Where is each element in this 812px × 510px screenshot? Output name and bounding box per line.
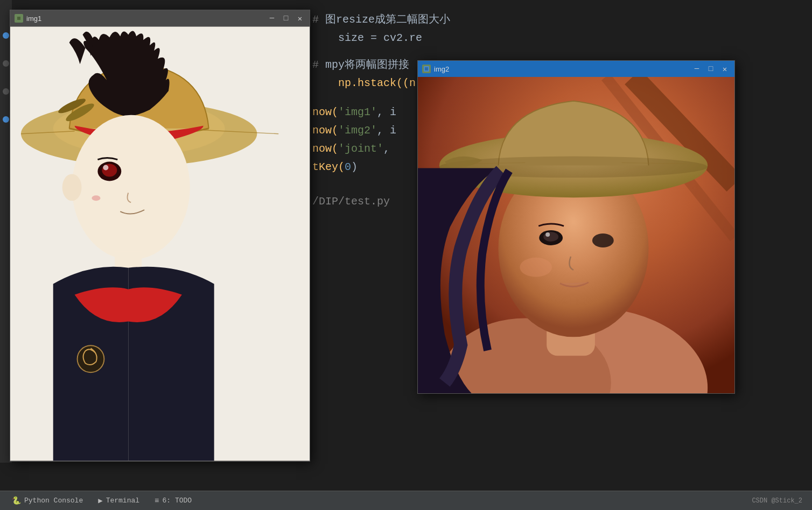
svg-point-29 (543, 232, 558, 242)
img1-window-controls: ─ □ ✕ (267, 13, 305, 24)
sidebar-dot-4[interactable] (3, 116, 9, 123)
terminal-label: Terminal (106, 497, 139, 505)
csdn-label: CSDN @Stick_2 (752, 497, 802, 505)
svg-point-30 (545, 232, 550, 237)
svg-rect-1 (17, 17, 20, 20)
taskbar: 🐍 Python Console ▶ Terminal ≡ 6: TODO CS… (0, 491, 812, 510)
svg-point-7 (72, 115, 190, 260)
img1-window-icon (15, 14, 23, 23)
img1-illustration (10, 26, 310, 461)
code-line-1: # 图resize成第二幅图大小 (312, 11, 727, 29)
todo-label: 6: TODO (162, 497, 192, 505)
img1-minimize-btn[interactable]: ─ (267, 13, 277, 24)
svg-point-8 (62, 174, 82, 201)
svg-point-32 (520, 258, 552, 277)
sidebar-dot-1[interactable] (3, 32, 9, 39)
img1-maximize-btn[interactable]: □ (281, 13, 291, 24)
taskbar-right-text: CSDN @Stick_2 (752, 497, 808, 505)
img2-close-btn[interactable]: ✕ (719, 63, 730, 74)
img2-window-icon (422, 65, 431, 73)
taskbar-todo[interactable]: ≡ 6: TODO (147, 491, 199, 510)
img2-illustration (418, 77, 734, 393)
svg-point-11 (103, 165, 108, 171)
img2-title: img2 (434, 65, 691, 73)
terminal-icon: ▶ (98, 496, 102, 505)
img1-titlebar[interactable]: img1 ─ □ ✕ (10, 10, 310, 26)
taskbar-terminal[interactable]: ▶ Terminal (90, 491, 147, 510)
python-console-icon: 🐍 (12, 496, 21, 505)
img2-minimize-btn[interactable]: ─ (691, 63, 702, 74)
img1-canvas (10, 26, 310, 461)
img2-titlebar[interactable]: img2 ─ □ ✕ (418, 61, 734, 77)
svg-point-31 (592, 233, 614, 247)
img1-title: img1 (26, 15, 267, 23)
sidebar-dot-3[interactable] (3, 88, 9, 95)
svg-point-12 (92, 195, 100, 201)
todo-icon: ≡ (155, 497, 159, 505)
img2-maximize-btn[interactable]: □ (705, 63, 716, 74)
code-line-2: size = cv2.re (312, 29, 727, 47)
window-img2: img2 ─ □ ✕ (417, 60, 735, 394)
img1-close-btn[interactable]: ✕ (295, 13, 305, 24)
svg-rect-18 (425, 67, 428, 70)
taskbar-python-console[interactable]: 🐍 Python Console (4, 491, 90, 510)
img2-window-controls: ─ □ ✕ (691, 63, 730, 74)
img2-canvas (418, 77, 734, 393)
window-img1: img1 ─ □ ✕ (10, 10, 310, 462)
python-console-label: Python Console (24, 497, 83, 505)
sidebar-dot-2[interactable] (3, 60, 9, 67)
